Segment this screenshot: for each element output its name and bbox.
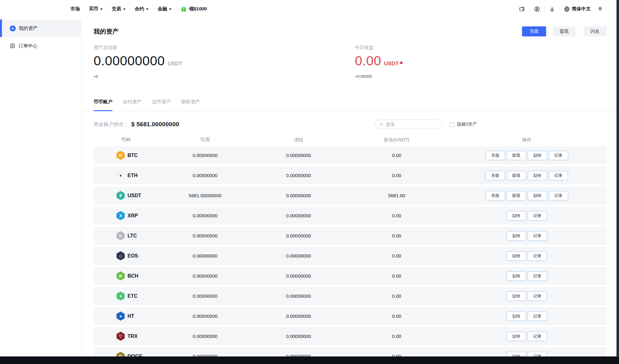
record-button[interactable]: 记录	[549, 151, 568, 160]
coin-name: LTC	[128, 233, 137, 239]
withdraw-button[interactable]: 提现	[507, 171, 526, 180]
transfer-button[interactable]: 划转	[528, 191, 547, 200]
assets-icon: ◆	[10, 25, 16, 31]
search-box[interactable]	[375, 120, 443, 129]
transfer-button[interactable]: 划转	[507, 312, 526, 321]
transfer-button[interactable]: 划转	[507, 291, 526, 301]
sidebar-item-my-assets[interactable]: ◆ 我的资产	[0, 19, 81, 37]
nav-item-market[interactable]: 市场	[70, 6, 80, 12]
withdraw-button[interactable]: 提现	[507, 191, 526, 200]
wallet-icon[interactable]	[519, 6, 525, 12]
available-balance: 5681.00000000	[160, 193, 251, 198]
tab-spot-account[interactable]: 币币账户	[94, 99, 112, 111]
record-button[interactable]: 记录	[528, 291, 547, 301]
header-converted: 折合(USDT)	[346, 137, 447, 143]
frozen-balance: 0.00000000	[251, 334, 346, 339]
record-button[interactable]: 记录	[528, 352, 547, 357]
deposit-button[interactable]: 充值	[522, 26, 546, 36]
coin-name: ETH	[128, 173, 138, 178]
transfer-button[interactable]: 划转	[507, 332, 526, 341]
nav-item-trade[interactable]: 交易	[112, 6, 126, 12]
row-actions: 充值提现划转记录	[447, 191, 606, 200]
record-button[interactable]: 记录	[549, 171, 568, 180]
nav-item-finance[interactable]: 金融	[158, 6, 171, 12]
withdraw-button[interactable]: 提现	[507, 151, 526, 160]
withdraw-button[interactable]: 提现	[553, 26, 576, 36]
nav-label: 市场	[70, 6, 80, 12]
transfer-button[interactable]: 划转	[528, 171, 547, 180]
sidebar-item-label: 订单中心	[19, 43, 37, 49]
tab-contract-assets[interactable]: 合约资产	[123, 99, 142, 111]
today-pnl-label: 今日收益	[355, 45, 403, 51]
hide-zero-label: 隐藏0资产	[457, 122, 477, 127]
flash-convert-button[interactable]: 闪兑	[584, 26, 606, 36]
top-navigation-bar: 市场 买币 交易 合约 金融 领$1000	[0, 0, 619, 18]
row-actions: 划转记录	[447, 271, 606, 281]
coin-icon: ♦	[117, 312, 125, 321]
available-balance: 0.00000000	[160, 293, 251, 299]
transfer-button[interactable]: 划转	[528, 151, 547, 160]
language-selector[interactable]: 简体中文	[564, 6, 591, 12]
divider	[544, 7, 545, 11]
available-balance: 0.00000000	[160, 153, 251, 158]
deposit-button[interactable]: 充值	[486, 191, 505, 200]
tab-option-assets[interactable]: 期权资产	[181, 99, 200, 111]
record-button[interactable]: 记录	[528, 271, 547, 281]
total-assets-value: 0.00000000	[94, 53, 165, 68]
transfer-button[interactable]: 划转	[507, 251, 526, 261]
coin-icon: Đ	[117, 352, 125, 356]
promo-bonus-link[interactable]: 领$1000	[181, 6, 207, 12]
transfer-button[interactable]: 划转	[507, 211, 526, 220]
transfer-button[interactable]: 划转	[507, 271, 526, 281]
gift-icon	[181, 6, 187, 12]
transfer-button[interactable]: 划转	[507, 231, 526, 241]
frozen-balance: 0.00000000	[251, 273, 346, 279]
coin-icon: ♦	[117, 291, 125, 301]
coin-icon: ▽	[117, 332, 125, 341]
converted-value: 0.00	[346, 354, 447, 356]
converted-value: 0.00	[346, 313, 447, 319]
table-row: ₮ USDT 5681.00000000 0.00000000 5681.00 …	[94, 187, 606, 204]
coin-name: USDT	[128, 193, 141, 198]
search-input[interactable]	[386, 122, 439, 127]
record-button[interactable]: 记录	[549, 191, 568, 200]
download-icon[interactable]	[549, 6, 555, 12]
record-button[interactable]: 记录	[528, 211, 547, 220]
coin-name: HT	[128, 313, 134, 319]
total-assets-stat: 资产总估值 0.00000000 USDT ≈0	[94, 45, 355, 79]
table-row: B BCH 0.00000000 0.00000000 0.00 划转记录	[94, 267, 606, 285]
hide-zero-toggle[interactable]: 隐藏0资产	[450, 122, 477, 127]
coin-name: DOGE	[128, 354, 142, 357]
row-actions: 划转记录	[447, 211, 606, 220]
deposit-button[interactable]: 充值	[486, 151, 505, 160]
total-assets-unit: USDT	[168, 56, 182, 71]
converted-value: 0.00	[346, 293, 447, 299]
profile-icon[interactable]	[534, 6, 540, 12]
available-balance: 0.00000000	[160, 273, 251, 279]
table-row: ♦ ETC 0.00000000 0.00000000 0.00 划转记录	[94, 287, 606, 305]
record-button[interactable]: 记录	[528, 312, 547, 321]
available-balance: 0.00000000	[160, 213, 251, 218]
row-actions: 划转记录	[447, 312, 606, 321]
record-button[interactable]: 记录	[528, 231, 547, 241]
main-nav: 市场 买币 交易 合约 金融	[70, 6, 171, 12]
converted-value: 0.00	[346, 273, 447, 279]
table-row: ♦ ETH 0.00000000 0.00000000 0.00 充值提现划转记…	[94, 166, 606, 184]
coin-name: EOS	[128, 253, 138, 259]
bell-icon[interactable]	[597, 6, 603, 12]
hide-zero-checkbox[interactable]	[450, 122, 454, 127]
converted-value: 0.00	[346, 253, 447, 258]
today-pnl-unit: USDT	[384, 56, 399, 71]
header-frozen: 冻结	[251, 137, 346, 143]
record-button[interactable]: 记录	[528, 332, 547, 341]
nav-item-contract[interactable]: 合约	[135, 6, 149, 12]
nav-item-buy[interactable]: 买币	[89, 6, 103, 12]
deposit-button[interactable]: 充值	[486, 171, 505, 180]
record-button[interactable]: 记录	[528, 251, 547, 261]
tab-fiat-assets[interactable]: 法币资产	[152, 99, 171, 111]
transfer-button[interactable]: 划转	[507, 352, 526, 357]
sidebar-item-order-center[interactable]: 订单中心	[0, 37, 81, 55]
promo-label: 领$1000	[189, 6, 207, 12]
main-content: 我的资产 充值 提现 闪兑 资产总估值 0.00000000 USDT ≈0	[81, 18, 619, 356]
converted-value: 0.00	[346, 233, 447, 238]
